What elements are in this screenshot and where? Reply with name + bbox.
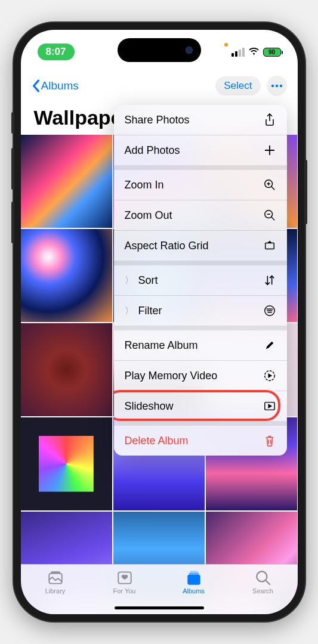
menu-label: Sort <box>138 274 158 287</box>
menu-label: Add Photos <box>125 144 180 157</box>
svg-point-0 <box>271 85 273 87</box>
iphone-frame: 8:07 90 Albums Select Wallpapers <box>14 23 305 621</box>
silent-switch <box>11 112 14 134</box>
menu-label: Filter <box>138 305 162 317</box>
chevron-right-icon: 〉 <box>125 275 134 286</box>
sort-icon <box>263 274 276 287</box>
menu-zoom-out[interactable]: Zoom Out <box>114 200 287 231</box>
chevron-right-icon: 〉 <box>125 305 134 317</box>
tab-label: Search <box>252 587 273 595</box>
filter-icon <box>263 304 276 317</box>
camera-icon <box>186 47 193 54</box>
menu-label: Aspect Ratio Grid <box>125 240 209 252</box>
back-label: Albums <box>41 79 79 92</box>
svg-point-15 <box>257 571 267 581</box>
tab-label: Library <box>45 587 66 595</box>
for-you-icon <box>116 569 134 586</box>
tab-label: Albums <box>183 587 205 595</box>
menu-aspect-ratio[interactable]: Aspect Ratio Grid <box>114 231 287 265</box>
slideshow-icon <box>263 400 276 413</box>
zoom-in-icon <box>263 178 276 191</box>
menu-zoom-in[interactable]: Zoom In <box>114 170 287 200</box>
menu-label: Delete Album <box>125 435 189 447</box>
menu-filter[interactable]: 〉Filter <box>114 296 287 330</box>
menu-slideshow[interactable]: Slideshow <box>114 391 287 426</box>
trash-icon <box>263 434 276 447</box>
pencil-icon <box>263 339 276 352</box>
menu-play-memory[interactable]: Play Memory Video <box>114 361 287 391</box>
photo-thumbnail[interactable] <box>21 323 112 416</box>
select-button[interactable]: Select <box>215 76 260 95</box>
aspect-ratio-icon <box>263 239 276 252</box>
menu-sort[interactable]: 〉Sort <box>114 265 287 296</box>
menu-label: Share Photos <box>125 114 190 126</box>
chevron-left-icon <box>32 79 40 92</box>
power-button <box>304 160 307 224</box>
menu-label: Zoom Out <box>125 209 172 222</box>
library-icon <box>47 569 64 586</box>
battery-icon: 90 <box>263 48 281 57</box>
menu-label: Rename Album <box>125 339 198 352</box>
share-icon <box>263 113 276 126</box>
zoom-out-icon <box>263 209 276 222</box>
plus-icon <box>263 144 276 157</box>
photo-thumbnail[interactable] <box>21 135 112 228</box>
dynamic-island <box>118 38 201 62</box>
albums-icon <box>185 569 203 586</box>
menu-label: Slideshow <box>125 400 174 413</box>
back-button[interactable]: Albums <box>32 79 79 92</box>
play-memory-icon <box>263 369 276 382</box>
menu-share-photos[interactable]: Share Photos <box>114 105 287 135</box>
svg-rect-10 <box>51 571 60 573</box>
volume-down-button <box>11 202 14 243</box>
wifi-icon <box>248 48 260 56</box>
menu-label: Play Memory Video <box>125 370 218 382</box>
context-menu: Share Photos Add Photos Zoom In Zoom Out… <box>114 105 287 456</box>
menu-label: Zoom In <box>125 179 164 191</box>
ellipsis-icon <box>271 84 283 88</box>
volume-up-button <box>11 148 14 190</box>
tab-library[interactable]: Library <box>21 569 90 614</box>
photo-thumbnail[interactable] <box>21 417 112 510</box>
status-indicators: 90 <box>224 48 281 57</box>
nav-bar: Albums Select <box>21 72 298 100</box>
menu-delete-album[interactable]: Delete Album <box>114 426 287 456</box>
search-icon <box>254 569 272 586</box>
cellular-icon <box>231 48 245 57</box>
tab-search[interactable]: Search <box>229 569 298 614</box>
mic-indicator-icon <box>224 43 228 47</box>
svg-point-1 <box>275 85 277 87</box>
tab-label: For You <box>113 587 136 595</box>
more-button[interactable] <box>267 76 287 96</box>
menu-add-photos[interactable]: Add Photos <box>114 135 287 170</box>
svg-point-2 <box>279 85 282 87</box>
home-indicator[interactable] <box>115 606 204 609</box>
menu-rename-album[interactable]: Rename Album <box>114 330 287 361</box>
status-time: 8:07 <box>38 44 75 60</box>
svg-rect-14 <box>190 571 197 572</box>
screen: 8:07 90 Albums Select Wallpapers <box>21 30 298 614</box>
svg-rect-12 <box>187 575 200 585</box>
svg-rect-13 <box>189 572 199 574</box>
svg-rect-5 <box>265 243 274 249</box>
photo-thumbnail[interactable] <box>21 229 112 322</box>
